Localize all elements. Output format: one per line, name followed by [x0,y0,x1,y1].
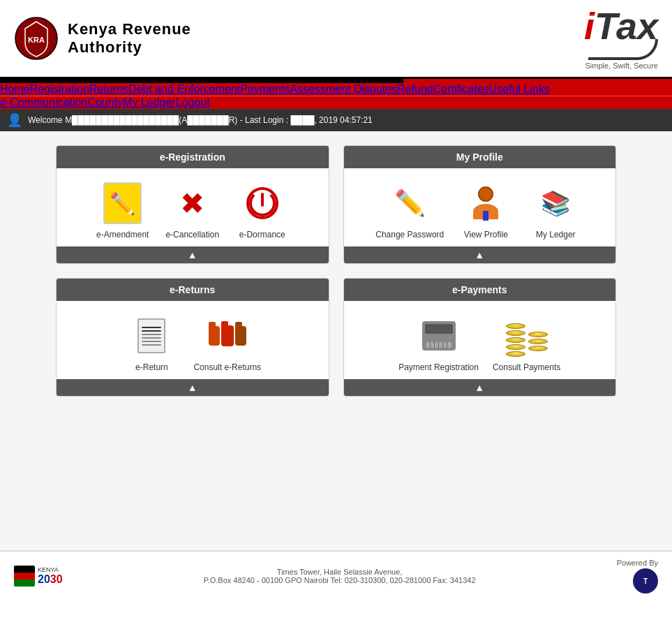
return-icon [133,315,171,357]
footer-address-line2: P.O.Box 48240 - 00100 GPO Nairobi Tel: 0… [204,576,476,584]
nav-returns[interactable]: Returns [89,83,128,96]
epayments-footer: ▲ [344,379,616,396]
consultpayments-label: Consult Payments [493,362,560,372]
nav-certificates[interactable]: Certificates [433,83,489,96]
page-footer: KENYA 2030 Times Tower, Haile Selassie A… [0,550,672,600]
myprofile-header: My Profile [344,146,616,168]
page-header: KRA Kenya Revenue Authority i Tax Simple… [0,0,672,79]
cancel-icon [173,182,211,224]
ecancellation-item[interactable]: e-Cancellation [165,182,221,239]
eregistration-header: e-Registration [57,146,329,168]
ereturns-items: e-Return Consult e-Returns [57,301,329,379]
welcome-text: Welcome M██████████████████(A███████R) -… [28,115,373,125]
eregistration-items: e-Amendment e-Cancellation e-Dormance [57,168,329,246]
epayments-items: Payment Registration [344,301,616,379]
nav-logout[interactable]: Logout [176,96,210,109]
kenya-flag-icon [14,566,35,587]
eregistration-footer: ▲ [57,246,329,263]
org-name-line2: Authority [68,38,191,57]
kra-emblem: KRA [14,16,59,61]
ereturns-footer: ▲ [57,379,329,396]
navbar-row2: e-Communication County My Ledger Logout [0,96,672,109]
viewprofile-item[interactable]: View Profile [458,182,514,239]
profile-icon [467,182,505,224]
folders-icon [208,315,246,357]
nav-refund[interactable]: Refund [397,83,433,96]
password-icon [391,182,429,224]
footer-address-line1: Times Tower, Haile Selassie Avenue, [204,568,476,576]
myprofile-panel: My Profile Change Password View Profile [343,145,617,264]
itax-slogan: Simple, Swift, Secure [585,61,658,70]
paymentreg-label: Payment Registration [398,362,479,372]
consultereturn-item[interactable]: Consult e-Returns [193,315,261,372]
ereturn-item[interactable]: e-Return [124,315,179,372]
myprofile-footer: ▲ [344,246,616,263]
main-content: e-Registration e-Amendment e-Cancellatio… [0,131,672,550]
org-name-line1: Kenya Revenue [68,20,191,38]
nav-links[interactable]: Useful Links [489,83,550,96]
vision-logo: KENYA 2030 [14,566,63,587]
nav-debt[interactable]: Debt and Enforcement [128,83,240,96]
tata-logo: T [633,568,658,594]
nav-registration[interactable]: Registration [30,83,89,96]
nav-home[interactable]: Home [0,83,30,96]
navbar-row1: Home Registration Returns Debt and Enfor… [0,83,672,96]
dormance-icon [243,182,281,224]
viewprofile-label: View Profile [464,230,508,239]
myprofile-items: Change Password View Profile My Ledger [344,168,616,246]
nav-ecommunication[interactable]: e-Communication [0,96,87,109]
coins-icon [507,315,546,357]
changepassword-label: Change Password [375,230,444,239]
logo-area: KRA Kenya Revenue Authority [14,16,191,61]
dormance-label: e-Dormance [239,230,285,239]
ereturns-header: e-Returns [57,279,329,301]
eamendment-item[interactable]: e-Amendment [95,182,151,239]
ereturn-label: e-Return [135,362,168,372]
ereturns-panel: e-Returns e-Return [56,278,329,397]
nav-disputes[interactable]: Assessment Disputes [290,83,397,96]
edormance-item[interactable]: e-Dormance [234,182,290,239]
itax-swoosh [588,39,658,60]
changepassword-item[interactable]: Change Password [375,182,444,239]
amendment-icon [103,182,142,224]
myledger-item[interactable]: My Ledger [528,182,583,239]
cashregister-icon [419,315,458,357]
myledger-label: My Ledger [536,230,576,239]
dashboard-grid: e-Registration e-Amendment e-Cancellatio… [56,145,616,397]
itax-logo-area: i Tax Simple, Swift, Secure [584,7,658,70]
powered-by-label: Powered By [617,559,658,567]
svg-text:KRA: KRA [28,36,45,44]
org-name: Kenya Revenue Authority [68,20,191,57]
amendment-label: e-Amendment [96,230,149,239]
consultereturn-label: Consult e-Returns [193,362,261,372]
welcome-bar: 👤 Welcome M██████████████████(A███████R)… [0,109,672,131]
cancellation-label: e-Cancellation [165,230,219,239]
consultpayments-item[interactable]: Consult Payments [493,315,560,372]
footer-address: Times Tower, Haile Selassie Avenue, P.O.… [204,568,476,584]
user-icon: 👤 [7,112,22,128]
nav-county[interactable]: County [87,96,123,109]
paymentreg-item[interactable]: Payment Registration [398,315,479,372]
nav-payments[interactable]: Payments [240,83,290,96]
nav-myledger[interactable]: My Ledger [123,96,176,109]
ledger-icon [537,182,575,224]
eregistration-panel: e-Registration e-Amendment e-Cancellatio… [56,145,329,264]
epayments-panel: e-Payments Payment Registration [343,278,617,397]
epayments-header: e-Payments [344,279,616,301]
footer-powered: Powered By T [617,559,658,594]
